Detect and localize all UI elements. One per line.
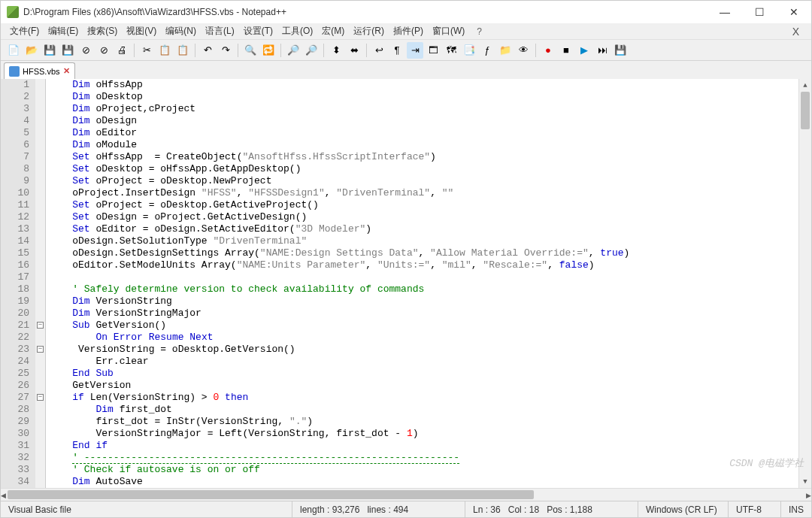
scroll-down-icon[interactable]: ▼ [799, 475, 811, 488]
code-line[interactable]: ' Safely determine version to check avai… [49, 283, 798, 295]
status-ins[interactable]: INS [781, 501, 811, 517]
close-button[interactable]: ✕ [777, 1, 811, 23]
sync-v-icon[interactable]: ⬍ [328, 42, 344, 59]
code-line[interactable]: Dim first_dot [49, 404, 798, 416]
tab-close-icon[interactable]: ✕ [63, 66, 70, 76]
code-line[interactable]: Dim oDesign [49, 115, 798, 127]
code-line[interactable]: Err.clear [49, 356, 798, 368]
scroll-thumb-h[interactable] [8, 490, 534, 499]
menu-file[interactable]: 文件(F) [5, 23, 44, 39]
close-icon[interactable]: ⊘ [77, 42, 94, 59]
folder-icon[interactable]: 📁 [497, 42, 514, 59]
func-list-icon[interactable]: ƒ [479, 42, 495, 59]
lang-icon[interactable]: 🗔 [425, 42, 441, 59]
indent-guide-icon[interactable]: ⇥ [407, 42, 423, 59]
menu-search[interactable]: 搜索(S) [83, 23, 122, 39]
code-line[interactable] [49, 271, 798, 283]
code-line[interactable]: End if [49, 440, 798, 452]
code-line[interactable]: ' Check if autosave is on or off [49, 464, 798, 476]
doc-list-icon[interactable]: 📑 [461, 42, 477, 59]
print-icon[interactable]: 🖨 [114, 42, 130, 59]
menu-macro[interactable]: 宏(M) [317, 23, 349, 39]
paste-icon[interactable]: 📋 [174, 42, 191, 59]
code-line[interactable]: On Error Resume Next [49, 332, 798, 344]
menu-tools[interactable]: 工具(O) [277, 23, 317, 39]
redo-icon[interactable]: ↷ [217, 42, 234, 59]
code-line[interactable]: Dim AutoSave [49, 476, 798, 488]
minimize-button[interactable]: — [707, 1, 742, 23]
code-line[interactable]: Set oDesign = oProject.GetActiveDesign() [49, 211, 798, 223]
tab-hfss-vbs[interactable]: HFSS.vbs ✕ [4, 62, 75, 79]
menu-run[interactable]: 运行(R) [349, 23, 389, 39]
fold-toggle-icon[interactable]: − [37, 322, 44, 329]
code-line[interactable]: if Len(VersionString) > 0 then [49, 392, 798, 404]
save-macro-icon[interactable]: 💾 [612, 42, 629, 59]
all-chars-icon[interactable]: ¶ [389, 42, 405, 59]
editor[interactable]: 1234567891011121314151617181920212223242… [1, 79, 811, 488]
new-file-icon[interactable]: 📄 [5, 42, 22, 59]
monitor-icon[interactable]: 👁 [515, 42, 532, 59]
menu-settings[interactable]: 设置(T) [239, 23, 277, 39]
play-multi-icon[interactable]: ⏭ [594, 42, 611, 59]
doc-map-icon[interactable]: 🗺 [443, 42, 459, 59]
zoom-in-icon[interactable]: 🔎 [285, 42, 301, 59]
code-line[interactable]: Dim VersionString [49, 295, 798, 307]
scroll-left-icon[interactable]: ◀ [1, 489, 6, 501]
close-all-icon[interactable]: ⊘ [95, 42, 112, 59]
menu-close-doc[interactable]: X [785, 26, 807, 38]
code-line[interactable]: Set oHfssApp = CreateObject("AnsoftHfss.… [49, 151, 798, 163]
fold-column[interactable]: −−− [35, 79, 46, 488]
zoom-out-icon[interactable]: 🔎 [303, 42, 320, 59]
menu-help[interactable]: ? [472, 25, 486, 38]
record-icon[interactable]: ● [540, 42, 556, 59]
code-line[interactable]: GetVersion [49, 380, 798, 392]
stop-icon[interactable]: ■ [558, 42, 574, 59]
fold-toggle-icon[interactable]: − [37, 346, 44, 353]
menu-encoding[interactable]: 编码(N) [161, 23, 201, 39]
code-line[interactable]: Set oEditor = oDesign.SetActiveEditor("3… [49, 223, 798, 235]
find-icon[interactable]: 🔍 [242, 42, 259, 59]
status-eol[interactable]: Windows (CR LF) [638, 501, 729, 517]
play-icon[interactable]: ▶ [576, 42, 592, 59]
menu-language[interactable]: 语言(L) [201, 23, 239, 39]
save-all-icon[interactable]: 💾 [59, 42, 76, 59]
copy-icon[interactable]: 📋 [156, 42, 173, 59]
code-line[interactable]: Dim oModule [49, 139, 798, 151]
code-line[interactable]: oProject.InsertDesign "HFSS", "HFSSDesig… [49, 187, 798, 199]
undo-icon[interactable]: ↶ [199, 42, 216, 59]
scroll-thumb-v[interactable] [801, 92, 810, 129]
cut-icon[interactable]: ✂ [138, 42, 155, 59]
code-line[interactable]: Sub GetVersion() [49, 320, 798, 332]
sync-h-icon[interactable]: ⬌ [346, 42, 362, 59]
code-line[interactable]: Dim oHfssApp [49, 79, 798, 91]
code-line[interactable]: VersionStringMajor = Left(VersionString,… [49, 428, 798, 440]
code-line[interactable]: Set oDesktop = oHfssApp.GetAppDesktop() [49, 163, 798, 175]
maximize-button[interactable]: ☐ [742, 1, 777, 23]
code-line[interactable]: ' --------------------------------------… [49, 452, 798, 464]
scrollbar-horizontal[interactable]: ◀ ▶ [1, 488, 811, 501]
code-line[interactable]: first_dot = InStr(VersionString, ".") [49, 416, 798, 428]
code-line[interactable]: VersionString = oDesktop.GetVersion() [49, 344, 798, 356]
open-file-icon[interactable]: 📂 [23, 42, 40, 59]
code-line[interactable]: oDesign.SetSolutionType "DrivenTerminal" [49, 235, 798, 247]
code-line[interactable]: oEditor.SetModelUnits Array("NAME:Units … [49, 259, 798, 271]
replace-icon[interactable]: 🔁 [260, 42, 277, 59]
fold-toggle-icon[interactable]: − [37, 394, 44, 401]
wordwrap-icon[interactable]: ↩ [371, 42, 387, 59]
code-line[interactable]: Set oProject = oDesktop.GetActiveProject… [49, 199, 798, 211]
menu-window[interactable]: 窗口(W) [428, 23, 469, 39]
code-line[interactable]: Dim oProject,cProject [49, 103, 798, 115]
menu-edit[interactable]: 编辑(E) [44, 23, 83, 39]
menu-plugins[interactable]: 插件(P) [389, 23, 428, 39]
code-line[interactable]: End Sub [49, 368, 798, 380]
menu-view[interactable]: 视图(V) [122, 23, 161, 39]
scroll-right-icon[interactable]: ▶ [806, 489, 811, 501]
code-line[interactable]: Dim oEditor [49, 127, 798, 139]
code-area[interactable]: Dim oHfssApp Dim oDesktop Dim oProject,c… [46, 79, 798, 488]
code-line[interactable]: Dim VersionStringMajor [49, 307, 798, 320]
code-line[interactable]: Set oProject = oDesktop.NewProject [49, 175, 798, 187]
code-line[interactable]: oDesign.SetDesignSettings Array("NAME:De… [49, 247, 798, 259]
status-encoding[interactable]: UTF-8 [729, 501, 781, 517]
save-icon[interactable]: 💾 [41, 42, 58, 59]
code-line[interactable]: Dim oDesktop [49, 91, 798, 103]
